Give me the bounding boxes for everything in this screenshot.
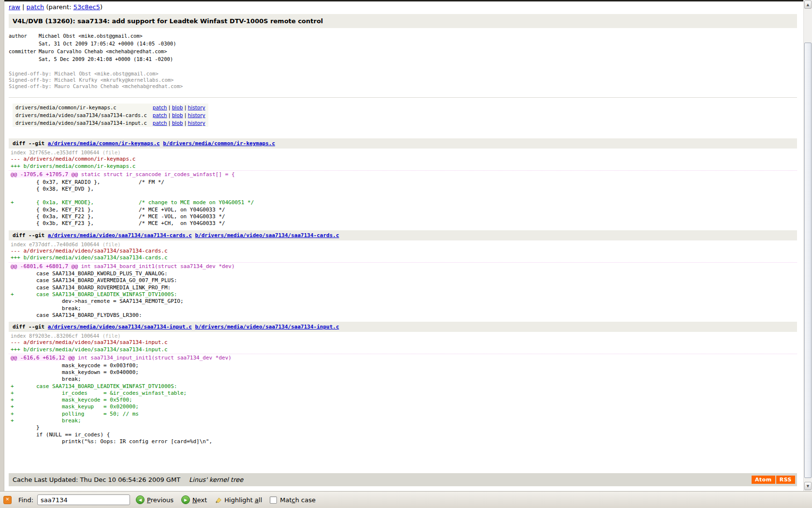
file-path: drivers/media/video/saa7134/saa7134-inpu…: [13, 119, 150, 127]
scroll-down-button[interactable]: ▼: [804, 482, 812, 490]
file-blob-link[interactable]: blob: [172, 112, 183, 118]
find-toolbar: ✕ Find: ◀ Previous ▶ Next Highlight all …: [0, 491, 812, 508]
file-blob-link[interactable]: blob: [172, 105, 183, 110]
separator: |: [167, 120, 172, 126]
commit-title: V4L/DVB (13260): saa7134: add support fo…: [9, 14, 797, 28]
diff-index-line: index e737ddf..7e40d6d 100644 (file): [9, 240, 797, 248]
diff-header: diff --git a/drivers/media/video/saa7134…: [9, 322, 797, 332]
diff-added-line: + ir_codes = &ir_codes_winfast_table;: [11, 390, 795, 397]
gitweb-commitdiff-page: raw | patch (parent: 53c8ec5) V4L/DVB (1…: [4, 0, 803, 491]
diff-a-file-link[interactable]: a/drivers/media/video/saa7134/saa7134-ca…: [48, 232, 192, 239]
diff-added-line: + break;: [11, 418, 795, 424]
index-sha-text: index 32f765e..e353dff 100644: [11, 149, 102, 155]
find-input[interactable]: [37, 494, 130, 505]
diff-hunk-header: @@ -616,6 +616,12 @@ int saa7134_input_i…: [9, 354, 797, 362]
hunk-range: @@ -1705,6 +1705,7 @@: [11, 171, 78, 178]
close-find-bar-button[interactable]: ✕: [3, 496, 12, 504]
separator: [192, 324, 195, 330]
vertical-scrollbar[interactable]: ▲ ▼: [803, 0, 812, 491]
browser-chrome-edge: [4, 0, 803, 1]
highlighter-icon: [215, 496, 222, 504]
diff-context-line: case SAA7134_BOARD_FLYDVBS_LR300:: [11, 312, 795, 319]
page-footer: Cache Last Updated: Thu Dec 10 06:54:26 …: [9, 473, 797, 486]
highlight-all-button[interactable]: Highlight all: [215, 496, 262, 504]
diff-added-line: + case SAA7134_BOARD_LEADTEK_WINFAST_DTV…: [11, 383, 795, 390]
author-date: Sat, 31 Oct 2009 17:05:42 +0000 (14:05 -…: [39, 40, 176, 47]
browser-viewport: raw | patch (parent: 53c8ec5) V4L/DVB (1…: [0, 0, 812, 491]
diff-section: diff --git a/drivers/media/video/saa7134…: [9, 230, 797, 319]
parent-commit-link[interactable]: 53c8ec5: [73, 3, 100, 11]
diff-index-line: index 8f9203e..83206cf 100644 (file): [9, 332, 797, 339]
scrollbar-thumb[interactable]: [804, 43, 812, 478]
diff-new-file-line: +++ b/drivers/media/common/ir-keymaps.c: [9, 163, 797, 170]
file-patch-link[interactable]: patch: [153, 112, 167, 118]
diff-git-label: diff --git: [13, 324, 48, 330]
atom-feed-button[interactable]: Atom: [752, 476, 775, 484]
patch-link[interactable]: patch: [27, 3, 44, 11]
separator: |: [183, 120, 188, 126]
file-history-link[interactable]: history: [188, 120, 205, 126]
diff-b-file-link[interactable]: b/drivers/media/video/saa7134/saa7134-in…: [195, 324, 339, 330]
find-previous-label: Previous: [147, 496, 174, 504]
diff-context-line: break;: [11, 376, 795, 383]
scroll-up-button[interactable]: ▲: [804, 0, 812, 9]
raw-link[interactable]: raw: [9, 3, 20, 11]
separator: |: [167, 112, 172, 118]
file-mode-link[interactable]: (file): [102, 241, 121, 247]
file-row: drivers/media/common/ir-keymaps.cpatch |…: [13, 104, 208, 111]
parent-label-close: ): [100, 3, 102, 11]
match-case-toggle[interactable]: Match case: [270, 496, 316, 504]
hunk-section: int saa7134_input_init1(struct saa7134_d…: [74, 355, 232, 361]
diff-hunk-header: @@ -6801,6 +6801,7 @@ int saa7134_board_…: [9, 262, 797, 270]
diff-a-file-link[interactable]: a/drivers/media/video/saa7134/saa7134-in…: [48, 324, 192, 330]
match-case-checkbox[interactable]: [270, 496, 277, 504]
diff-context-line: case SAA7134_BOARD_ROVERMEDIA_LINK_PRO_F…: [11, 284, 795, 291]
highlight-all-label: Highlight all: [224, 496, 262, 504]
file-patch-link[interactable]: patch: [153, 105, 167, 110]
tree-name: Linus' kernel tree: [189, 476, 243, 483]
find-label: Find:: [18, 496, 33, 504]
diff-header: diff --git a/drivers/media/video/saa7134…: [9, 230, 797, 240]
diff-context-line: { 0x3e, KEY_F21 }, /* MCE +VOL, on Y04G0…: [11, 207, 795, 213]
diff-b-file-link[interactable]: b/drivers/media/common/ir-keymaps.c: [163, 140, 275, 147]
page-actions: raw | patch (parent: 53c8ec5): [9, 3, 797, 11]
signoff-line: Signed-off-by: Michael Krufky <mkrufky@k…: [9, 77, 797, 83]
committer-value: Mauro Carvalho Chehab <mchehab@redhat.co…: [39, 47, 176, 55]
file-patch-link[interactable]: patch: [153, 120, 167, 126]
diff-a-file-link[interactable]: a/drivers/media/common/ir-keymaps.c: [48, 140, 160, 147]
committer-row: committer Mauro Carvalho Chehab <mchehab…: [9, 47, 176, 55]
find-next-button[interactable]: ▶ Next: [181, 495, 207, 504]
file-blob-link[interactable]: blob: [172, 120, 183, 126]
diff-old-file-line: --- a/drivers/media/video/saa7134/saa713…: [9, 339, 797, 346]
index-sha-text: index e737ddf..7e40d6d 100644: [11, 241, 102, 247]
diff-new-file-line: +++ b/drivers/media/video/saa7134/saa713…: [9, 346, 797, 354]
diff-hunk-header: @@ -1705,6 +1705,7 @@ static struct ir_s…: [9, 170, 797, 179]
separator: |: [167, 105, 172, 110]
diff-section: diff --git a/drivers/media/common/ir-key…: [9, 138, 797, 227]
scroll-down-icon: ▼: [807, 484, 809, 488]
file-history-link[interactable]: history: [188, 105, 205, 110]
page-content: raw | patch (parent: 53c8ec5) V4L/DVB (1…: [4, 3, 803, 486]
diff-new-file-line: +++ b/drivers/media/video/saa7134/saa713…: [9, 254, 797, 262]
file-history-link[interactable]: history: [188, 112, 205, 118]
author-row: author Michael Obst <mike.obst@gmail.com…: [9, 32, 176, 40]
previous-arrow-icon: ◀: [136, 495, 145, 504]
committer-label: committer: [9, 47, 39, 55]
separator: |: [183, 112, 188, 118]
file-links: patch | blob | history: [150, 104, 208, 111]
diff-header: diff --git a/drivers/media/common/ir-key…: [9, 138, 797, 149]
close-icon: ✕: [6, 497, 10, 502]
diff-b-file-link[interactable]: b/drivers/media/video/saa7134/saa7134-ca…: [195, 232, 339, 239]
signoff-line: Signed-off-by: Mauro Carvalho Chehab <mc…: [9, 83, 797, 90]
diff-context-line: { 0x3a, KEY_F22 }, /* MCE -VOL, on Y04G0…: [11, 213, 795, 220]
rss-feed-button[interactable]: RSS: [776, 476, 795, 484]
file-row: drivers/media/video/saa7134/saa7134-inpu…: [13, 119, 208, 127]
file-mode-link[interactable]: (file): [102, 149, 121, 155]
file-list: drivers/media/common/ir-keymaps.cpatch |…: [13, 104, 208, 127]
file-mode-link[interactable]: (file): [102, 333, 121, 339]
hunk-range: @@ -6801,6 +6801,7 @@: [11, 263, 78, 269]
match-case-label: Match case: [280, 496, 316, 504]
diff-old-file-line: --- a/drivers/media/common/ir-keymaps.c: [9, 156, 797, 163]
hunk-section: static struct ir_scancode ir_codes_winfa…: [78, 171, 235, 178]
find-previous-button[interactable]: ◀ Previous: [136, 495, 174, 504]
